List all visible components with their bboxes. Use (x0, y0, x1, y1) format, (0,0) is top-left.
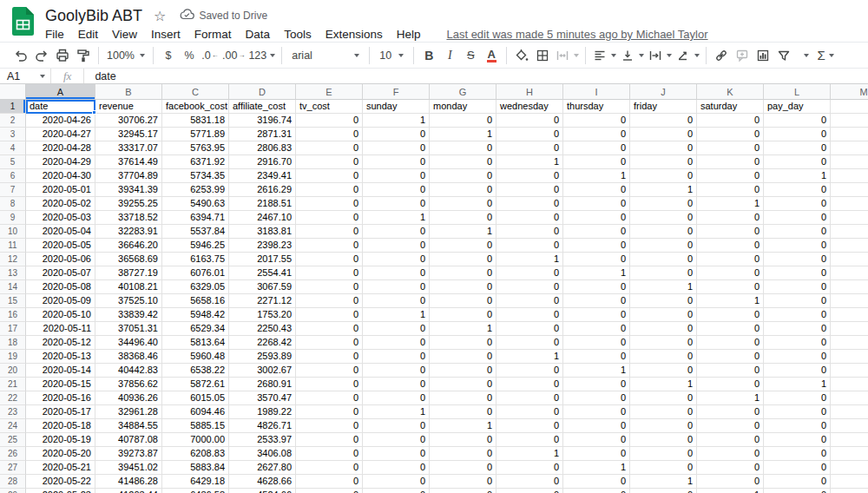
cell-D26[interactable]: 3406.08 (229, 447, 296, 461)
cell-A28[interactable]: 2020-05-22 (26, 475, 95, 489)
cell-A5[interactable]: 2020-04-29 (26, 155, 95, 169)
cell-K1[interactable]: saturday (697, 100, 764, 114)
cell-H23[interactable]: 0 (496, 405, 563, 419)
row-header-1[interactable]: 1 (0, 100, 26, 114)
cell-I3[interactable]: 0 (563, 128, 630, 141)
cell-K11[interactable]: 0 (697, 239, 764, 253)
star-icon[interactable]: ☆ (154, 8, 166, 24)
cell-F27[interactable]: 0 (363, 461, 430, 475)
cell-E15[interactable]: 0 (296, 294, 363, 308)
cell-L19[interactable]: 0 (764, 350, 831, 364)
cell-L8[interactable]: 0 (764, 197, 831, 211)
decrease-decimal-button[interactable]: .0← (200, 45, 220, 66)
cell-I12[interactable]: 0 (563, 253, 630, 266)
cell-L28[interactable]: 0 (764, 475, 831, 489)
insert-chart-button[interactable] (753, 45, 773, 66)
row-header-10[interactable]: 10 (0, 225, 26, 239)
cell-E3[interactable]: 0 (296, 128, 363, 141)
cell-B17[interactable]: 37051.31 (95, 322, 162, 336)
column-header-F[interactable]: F (363, 84, 430, 100)
cell-G13[interactable]: 0 (430, 266, 496, 280)
cell-B20[interactable]: 40442.83 (95, 364, 162, 378)
cell-E28[interactable]: 0 (296, 475, 363, 489)
cell-F9[interactable]: 1 (363, 211, 430, 225)
font-selector[interactable]: arial (286, 45, 365, 66)
row-header-3[interactable]: 3 (0, 128, 26, 141)
column-header-L[interactable]: L (764, 84, 831, 100)
cell-E4[interactable]: 0 (296, 141, 363, 155)
cell-H4[interactable]: 0 (496, 141, 563, 155)
cell-M21[interactable] (831, 378, 868, 391)
cell-G29[interactable]: 0 (430, 489, 496, 493)
cell-H2[interactable]: 0 (496, 114, 563, 128)
cell-K23[interactable]: 0 (697, 405, 764, 419)
cell-H17[interactable]: 0 (496, 322, 563, 336)
cell-J3[interactable]: 0 (630, 128, 697, 141)
cell-G23[interactable]: 0 (430, 405, 496, 419)
cell-C13[interactable]: 6076.01 (162, 266, 229, 280)
cell-B23[interactable]: 32961.28 (95, 405, 162, 419)
cell-A20[interactable]: 2020-05-14 (26, 364, 95, 378)
cell-J20[interactable]: 0 (630, 364, 697, 378)
cell-E25[interactable]: 0 (296, 433, 363, 447)
cell-G4[interactable]: 0 (430, 141, 496, 155)
cell-A21[interactable]: 2020-05-15 (26, 378, 95, 391)
cell-L7[interactable]: 0 (764, 183, 831, 197)
cell-E27[interactable]: 0 (296, 461, 363, 475)
cell-J8[interactable]: 0 (630, 197, 697, 211)
cell-C11[interactable]: 5946.25 (162, 239, 229, 253)
column-header-J[interactable]: J (630, 84, 697, 100)
cell-B19[interactable]: 38368.46 (95, 350, 162, 364)
last-edit-link[interactable]: Last edit was made 5 minutes ago by Mich… (446, 28, 707, 41)
cell-D24[interactable]: 4826.71 (229, 419, 296, 433)
cell-G5[interactable]: 0 (430, 155, 496, 169)
cell-I24[interactable]: 0 (563, 419, 630, 433)
cell-K22[interactable]: 1 (697, 391, 764, 405)
cell-M19[interactable] (831, 350, 868, 364)
menu-help[interactable]: Help (390, 28, 428, 41)
cell-H25[interactable]: 0 (496, 433, 563, 447)
cell-G1[interactable]: monday (430, 100, 496, 114)
cell-L12[interactable]: 0 (764, 253, 831, 266)
cell-M27[interactable] (831, 461, 868, 475)
cell-G14[interactable]: 0 (430, 280, 496, 294)
cell-F28[interactable]: 0 (363, 475, 430, 489)
cell-D25[interactable]: 2533.97 (229, 433, 296, 447)
cell-E18[interactable]: 0 (296, 336, 363, 350)
cell-I8[interactable]: 0 (563, 197, 630, 211)
cell-D29[interactable]: 4524.66 (229, 489, 296, 493)
cell-E10[interactable]: 0 (296, 225, 363, 239)
cell-H9[interactable]: 0 (496, 211, 563, 225)
cell-I28[interactable]: 0 (563, 475, 630, 489)
cell-G9[interactable]: 0 (430, 211, 496, 225)
row-header-27[interactable]: 27 (0, 461, 26, 475)
cell-G18[interactable]: 0 (430, 336, 496, 350)
cell-D4[interactable]: 2806.83 (229, 141, 296, 155)
cell-C16[interactable]: 5948.42 (162, 308, 229, 322)
cell-C19[interactable]: 5960.48 (162, 350, 229, 364)
cell-K9[interactable]: 0 (697, 211, 764, 225)
cell-I6[interactable]: 1 (563, 169, 630, 183)
cell-G2[interactable]: 0 (430, 114, 496, 128)
cell-I16[interactable]: 0 (563, 308, 630, 322)
select-all-corner[interactable] (0, 84, 26, 100)
row-header-29[interactable]: 29 (0, 489, 26, 493)
cell-M13[interactable] (831, 266, 868, 280)
cell-I26[interactable]: 0 (563, 447, 630, 461)
cell-J17[interactable]: 0 (630, 322, 697, 336)
column-header-A[interactable]: A (26, 84, 95, 100)
cell-K16[interactable]: 0 (697, 308, 764, 322)
cell-H24[interactable]: 0 (496, 419, 563, 433)
cell-A14[interactable]: 2020-05-08 (26, 280, 95, 294)
cell-H14[interactable]: 0 (496, 280, 563, 294)
cell-M24[interactable] (831, 419, 868, 433)
column-header-E[interactable]: E (296, 84, 363, 100)
cell-F14[interactable]: 0 (363, 280, 430, 294)
cell-J29[interactable]: 0 (630, 489, 697, 493)
cell-F5[interactable]: 0 (363, 155, 430, 169)
cell-K3[interactable]: 0 (697, 128, 764, 141)
cell-B15[interactable]: 37525.10 (95, 294, 162, 308)
cell-C3[interactable]: 5771.89 (162, 128, 229, 141)
cell-C4[interactable]: 5763.95 (162, 141, 229, 155)
cell-C14[interactable]: 6329.05 (162, 280, 229, 294)
